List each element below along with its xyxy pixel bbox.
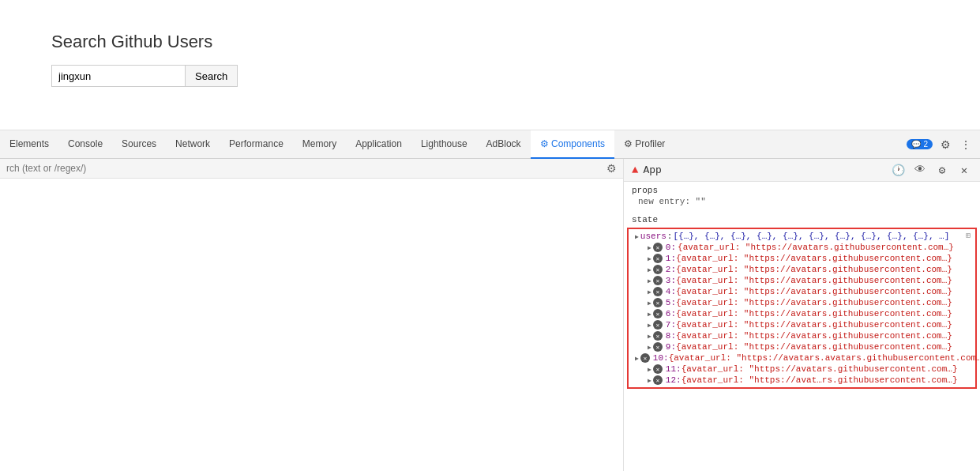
tab-memory[interactable]: Memory xyxy=(293,130,346,159)
tab-application[interactable]: Application xyxy=(346,130,411,159)
expand-11-icon: ▶ xyxy=(648,366,651,373)
expand-3-icon: ▶ xyxy=(648,277,651,284)
entry-icon-3: ✕ xyxy=(653,276,663,285)
clock-icon[interactable]: 🕐 xyxy=(890,162,906,178)
expand-12-icon: ▶ xyxy=(648,377,651,384)
entry-icon-10: ✕ xyxy=(640,353,650,363)
search-button[interactable]: Search xyxy=(186,65,238,87)
entry-row-3[interactable]: ▶ ✕ 3: {avatar_url: "https://avatars.git… xyxy=(629,275,975,286)
tab-console[interactable]: Console xyxy=(58,130,112,159)
gear-icon[interactable]: ⚙ xyxy=(934,162,950,178)
entry-row-7[interactable]: ▶ ✕ 7: {avatar_url: "https://avatars.git… xyxy=(629,319,975,330)
search-input[interactable] xyxy=(51,65,186,87)
search-row: Search xyxy=(51,65,980,87)
entry-row-8[interactable]: ▶ ✕ 8: {avatar_url: "https://avatars.git… xyxy=(629,330,975,341)
tab-performance[interactable]: Performance xyxy=(220,130,293,159)
expand-2-icon: ▶ xyxy=(648,266,651,273)
entry-row-2[interactable]: ▶ ✕ 2: {avatar_url: "https://avatars.git… xyxy=(629,264,975,275)
more-icon[interactable]: ⋮ xyxy=(958,137,974,153)
props-section: props new entry: "" xyxy=(624,182,980,210)
entry-row-5[interactable]: ▶ ✕ 5: {avatar_url: "https://avatars.git… xyxy=(629,297,975,308)
entry-icon-2: ✕ xyxy=(653,265,663,274)
notification-badge[interactable]: 💬 2 xyxy=(907,139,933,149)
expand-7-icon: ▶ xyxy=(648,322,651,329)
close-icon[interactable]: ✕ xyxy=(956,162,972,178)
right-panel-header: ▲ App 🕐 👁 ⚙ ✕ xyxy=(624,159,980,182)
entry-row-10[interactable]: ▶ ✕ 10: {avatar_url: "https://avatars.av… xyxy=(629,352,975,364)
component-title: ▲ App xyxy=(632,164,662,176)
users-tree: ⊞ ▶ users : [{…}, {…}, {…}, {…}, {…}, {…… xyxy=(627,228,977,389)
filter-bar: ⚙ xyxy=(0,159,623,179)
filter-settings-icon[interactable]: ⚙ xyxy=(606,162,617,175)
settings-icon[interactable]: ⚙ xyxy=(937,137,953,153)
right-header-icons: 🕐 👁 ⚙ ✕ xyxy=(890,162,972,178)
expand-8-icon: ▶ xyxy=(648,333,651,340)
corner-icon: ⊞ xyxy=(966,231,971,240)
entry-row-9[interactable]: ▶ ✕ 9: {avatar_url: "https://avatars.git… xyxy=(629,341,975,352)
entry-icon-11: ✕ xyxy=(653,364,663,374)
expand-10-icon: ▶ xyxy=(635,355,639,362)
expand-6-icon: ▶ xyxy=(648,311,651,318)
entry-icon-0: ✕ xyxy=(653,243,663,252)
tab-lighthouse[interactable]: Lighthouse xyxy=(411,130,477,159)
expand-9-icon: ▶ xyxy=(648,344,651,351)
devtools-bar: Elements Console Sources Network Perform… xyxy=(0,130,980,159)
tab-components[interactable]: ⚙ Components xyxy=(531,130,614,159)
tab-sources[interactable]: Sources xyxy=(112,130,166,159)
devtools-content: ⚙ ▲ App 🕐 👁 ⚙ ✕ props new entry: "" stat… xyxy=(0,159,980,471)
page-title: Search Github Users xyxy=(51,32,980,52)
entry-row-6[interactable]: ▶ ✕ 6: {avatar_url: "https://avatars.git… xyxy=(629,308,975,319)
tab-network[interactable]: Network xyxy=(166,130,220,159)
warning-icon: ▲ xyxy=(632,164,638,176)
expand-0-icon: ▶ xyxy=(648,244,651,251)
entry-icon-5: ✕ xyxy=(653,298,663,307)
eye-icon[interactable]: 👁 xyxy=(912,162,928,178)
tab-profiler[interactable]: ⚙ Profiler xyxy=(614,130,674,159)
entry-icon-4: ✕ xyxy=(653,287,663,296)
expand-4-icon: ▶ xyxy=(648,288,651,296)
entry-icon-8: ✕ xyxy=(653,331,663,341)
entry-row-0[interactable]: ▶ ✕ 0: {avatar_url: "https://avatars.git… xyxy=(629,242,975,253)
entry-row-11[interactable]: ▶ ✕ 11: {avatar_url: "https://avatars.gi… xyxy=(629,364,975,375)
tab-elements[interactable]: Elements xyxy=(0,130,58,159)
entry-row-1[interactable]: ▶ ✕ 1: {avatar_url: "https://avatars.git… xyxy=(629,253,975,264)
entry-icon-6: ✕ xyxy=(653,309,663,318)
right-panel: ▲ App 🕐 👁 ⚙ ✕ props new entry: "" state … xyxy=(624,159,980,471)
props-entry: new entry: "" xyxy=(624,196,980,207)
state-section: state ⊞ ▶ users : [{…}, {…}, {…}, {…}, {… xyxy=(624,210,980,394)
left-panel: ⚙ xyxy=(0,159,624,471)
users-row[interactable]: ▶ users : [{…}, {…}, {…}, {…}, {…}, {…},… xyxy=(629,231,975,242)
entry-icon-7: ✕ xyxy=(653,320,663,330)
devtools-right-icons: 💬 2 ⚙ ⋮ xyxy=(900,130,980,158)
filter-input[interactable] xyxy=(6,163,602,174)
expand-5-icon: ▶ xyxy=(648,300,651,307)
entry-row-4[interactable]: ▶ ✕ 4: {avatar_url: "https://avatars.git… xyxy=(629,286,975,297)
state-label: state xyxy=(624,213,980,226)
entry-icon-9: ✕ xyxy=(653,342,663,352)
entry-icon-12: ✕ xyxy=(653,375,663,385)
entry-row-12[interactable]: ▶ ✕ 12: {avatar_url: "https://avat…rs.gi… xyxy=(629,375,975,386)
entry-icon-1: ✕ xyxy=(653,254,663,263)
tab-adblock[interactable]: AdBlock xyxy=(477,130,531,159)
props-label: props xyxy=(624,185,980,196)
expand-1-icon: ▶ xyxy=(648,255,651,262)
expand-users-icon: ▶ xyxy=(635,233,639,240)
page-area: Search Github Users Search xyxy=(0,0,980,130)
